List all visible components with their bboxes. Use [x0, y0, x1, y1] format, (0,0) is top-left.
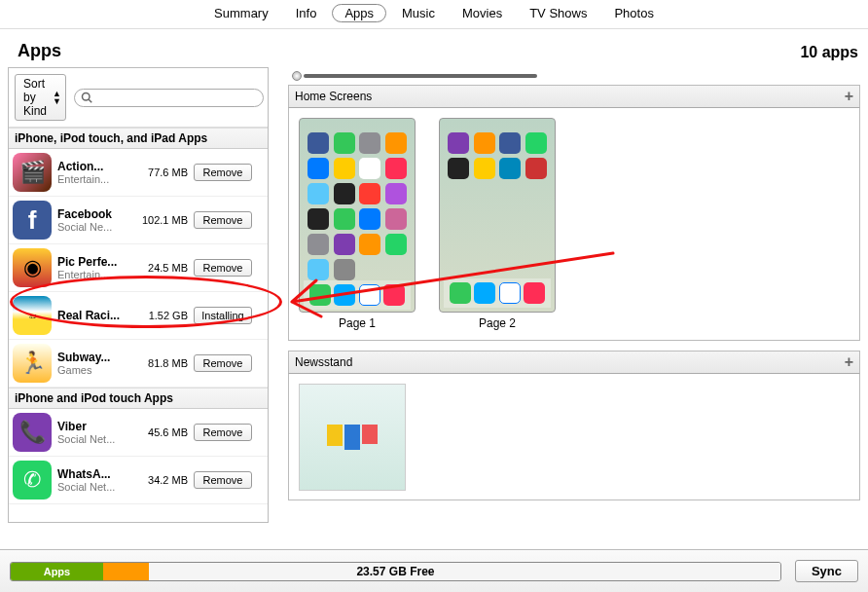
app-row: ◉ Pic Perfe...Entertain... 24.5 MB Remov… — [9, 244, 268, 292]
remove-button[interactable]: Remove — [194, 164, 252, 181]
app-icon: ✆ — [13, 461, 52, 500]
app-name: Facebook — [57, 207, 133, 221]
section-header-iphone: iPhone and iPod touch Apps — [9, 388, 268, 409]
app-name: Subway... — [57, 351, 133, 364]
add-newsstand-button[interactable]: + — [845, 353, 853, 371]
app-row: 🏃 Subway...Games 81.8 MB Remove — [9, 340, 268, 388]
app-name: Viber — [57, 420, 133, 433]
sync-button[interactable]: Sync — [795, 560, 858, 582]
slider-knob[interactable] — [292, 71, 302, 81]
newsstand-thumb[interactable] — [299, 384, 406, 491]
tab-tvshows[interactable]: TV Shows — [518, 5, 598, 21]
footer-bar: Apps 23.57 GB Free Sync — [0, 549, 868, 592]
app-size: 81.8 MB — [139, 357, 188, 369]
app-size: 34.2 MB — [139, 474, 188, 486]
remove-button[interactable]: Remove — [194, 424, 252, 441]
app-name: WhatsA... — [57, 467, 133, 481]
page-label: Page 1 — [339, 316, 376, 330]
app-category: Social Net... — [57, 433, 133, 445]
app-name: Action... — [57, 160, 133, 173]
app-category: Social Ne... — [57, 221, 133, 233]
chevron-updown-icon: ▲▼ — [53, 90, 61, 105]
sort-dropdown[interactable]: Sort by Kind ▲▼ — [15, 74, 66, 121]
app-row: 🏎 Real Raci... 1.52 GB Installing — [9, 292, 268, 340]
app-name: Real Raci... — [57, 309, 133, 322]
app-icon: f — [13, 201, 52, 240]
app-category: Entertain... — [57, 269, 133, 280]
slider-track — [304, 74, 537, 78]
tab-info[interactable]: Info — [284, 5, 329, 21]
page-title: Apps — [18, 41, 61, 61]
tab-summary[interactable]: Summary — [202, 5, 280, 21]
capacity-apps-segment: Apps — [11, 563, 103, 580]
app-row: f FacebookSocial Ne... 102.1 MB Remove — [9, 197, 268, 244]
search-icon — [81, 92, 92, 103]
app-row: 📞 ViberSocial Net... 45.6 MB Remove — [9, 409, 268, 457]
newsstand-body — [288, 374, 860, 500]
svg-line-1 — [89, 99, 91, 102]
tab-photos[interactable]: Photos — [602, 5, 665, 21]
app-size: 102.1 MB — [139, 214, 188, 226]
app-size: 77.6 MB — [139, 166, 188, 178]
app-category: Games — [57, 364, 133, 376]
section-header-universal: iPhone, iPod touch, and iPad Apps — [9, 128, 268, 149]
remove-button[interactable]: Remove — [194, 471, 252, 489]
app-icon: 📞 — [13, 413, 52, 452]
home-screens-body: Page 1 Page 2 — [288, 108, 860, 341]
app-size: 45.6 MB — [139, 426, 188, 438]
newsstand-title: Newsstand — [295, 355, 352, 369]
capacity-free-label: 23.57 GB Free — [356, 565, 434, 578]
installing-button[interactable]: Installing — [194, 307, 252, 324]
remove-button[interactable]: Remove — [194, 354, 252, 372]
app-icon: 🏎 — [13, 296, 52, 335]
app-size: 24.5 MB — [139, 262, 188, 274]
app-icon: ◉ — [13, 248, 52, 287]
remove-button[interactable]: Remove — [194, 259, 252, 277]
apps-list-panel: Sort by Kind ▲▼ iPhone, iPod touch, and … — [8, 67, 269, 523]
home-page-1[interactable] — [299, 118, 416, 313]
home-screens-title: Home Screens — [295, 90, 372, 103]
tab-movies[interactable]: Movies — [451, 5, 514, 21]
app-count: 10 apps — [800, 44, 858, 61]
app-icon: 🎬 — [13, 153, 52, 192]
app-row: ✆ WhatsA...Social Net... 34.2 MB Remove — [9, 457, 268, 504]
page-label: Page 2 — [479, 316, 516, 330]
app-category: Entertain... — [57, 173, 133, 185]
add-page-button[interactable]: + — [845, 88, 853, 105]
tab-apps[interactable]: Apps — [332, 4, 386, 22]
top-tabs: Summary Info Apps Music Movies TV Shows … — [0, 0, 868, 29]
app-size: 1.52 GB — [139, 310, 188, 321]
pages-scroller[interactable] — [288, 67, 860, 85]
svg-point-0 — [82, 93, 90, 101]
search-input[interactable] — [74, 89, 264, 107]
app-name: Pic Perfe... — [57, 255, 133, 269]
home-page-2[interactable] — [439, 118, 556, 313]
app-row: 🎬 Action...Entertain... 77.6 MB Remove — [9, 149, 268, 197]
app-icon: 🏃 — [13, 344, 52, 383]
app-category: Social Net... — [57, 481, 133, 493]
tab-music[interactable]: Music — [390, 5, 447, 21]
remove-button[interactable]: Remove — [194, 211, 252, 229]
